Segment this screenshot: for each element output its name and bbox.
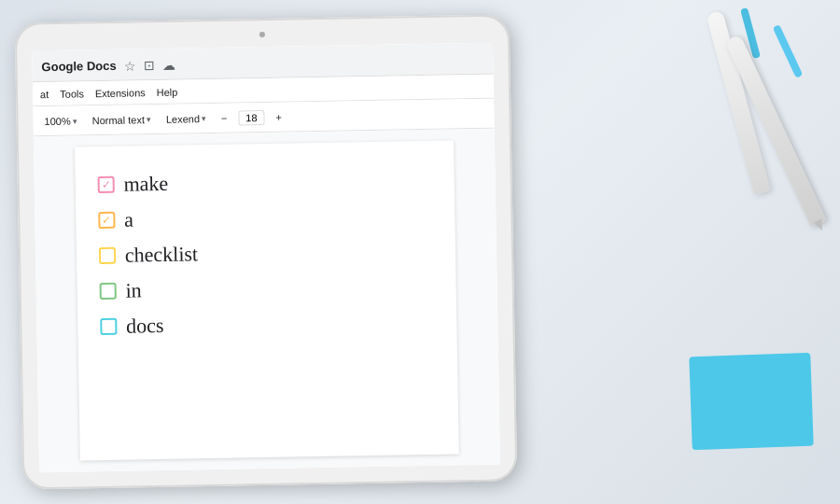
tablet: Google Docs ☆ ⊡ ☁ at Tools Extensions He…: [15, 14, 518, 489]
checklist-item-5: docs: [100, 309, 435, 339]
menu-tools[interactable]: Tools: [60, 88, 84, 99]
cloud-icon[interactable]: ☁: [162, 57, 175, 72]
style-control[interactable]: Normal text ▾: [89, 112, 156, 128]
doc-page[interactable]: ✓ make ✓ a checklist i: [75, 140, 459, 460]
checklist-item-3: checklist: [99, 238, 434, 268]
checkbox-1[interactable]: ✓: [97, 176, 114, 193]
style-label: Normal text: [92, 114, 145, 126]
tablet-camera: [259, 32, 265, 37]
checkbox-4[interactable]: [99, 283, 116, 300]
font-label: Lexend: [166, 113, 200, 125]
menu-at[interactable]: at: [40, 89, 49, 100]
checkbox-5[interactable]: [100, 318, 117, 335]
checklist-item-1: ✓ make: [97, 167, 432, 197]
style-chevron: ▾: [147, 115, 151, 124]
font-size-value: 18: [245, 112, 257, 123]
font-size-plus[interactable]: +: [272, 109, 286, 124]
font-chevron: ▾: [202, 114, 206, 123]
checklist-text-5: docs: [126, 314, 164, 339]
font-control[interactable]: Lexend ▾: [162, 111, 210, 127]
font-size-box[interactable]: 18: [238, 110, 264, 125]
checklist-text-4: in: [125, 278, 142, 302]
zoom-control[interactable]: 100% ▾: [40, 113, 80, 129]
checklist-item-4: in: [99, 273, 434, 303]
checkbox-2[interactable]: ✓: [98, 212, 115, 229]
checklist-text-2: a: [124, 207, 133, 231]
document-body: ✓ make ✓ a checklist i: [34, 129, 500, 473]
checkbox-3[interactable]: [99, 247, 116, 264]
zoom-chevron: ▾: [73, 116, 77, 125]
star-icon[interactable]: ☆: [124, 58, 136, 73]
menu-help[interactable]: Help: [157, 86, 178, 97]
menu-extensions[interactable]: Extensions: [95, 87, 146, 99]
font-size-minus[interactable]: −: [217, 110, 231, 125]
zoom-value: 100%: [44, 115, 70, 126]
checklist: ✓ make ✓ a checklist i: [97, 167, 434, 339]
checklist-text-3: checklist: [125, 242, 199, 267]
app-title: Google Docs: [41, 59, 116, 74]
tablet-screen: Google Docs ☆ ⊡ ☁ at Tools Extensions He…: [32, 43, 500, 473]
folder-icon[interactable]: ⊡: [144, 58, 155, 73]
sticky-note: [689, 353, 813, 450]
checklist-item-2: ✓ a: [98, 203, 433, 232]
checklist-text-1: make: [123, 172, 168, 197]
